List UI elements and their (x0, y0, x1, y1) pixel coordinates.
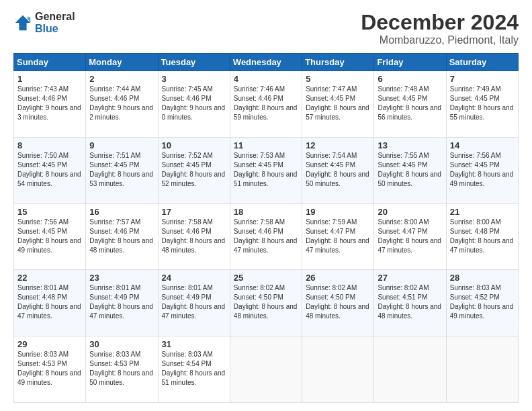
day-number: 28 (450, 273, 515, 283)
table-row: 15Sunrise: 7:56 AMSunset: 4:45 PMDayligh… (14, 203, 86, 270)
day-info: Sunrise: 7:45 AMSunset: 4:46 PMDaylight:… (162, 85, 226, 122)
day-number: 21 (450, 207, 515, 217)
page-title: December 2024 (361, 11, 519, 34)
table-row: 23Sunrise: 8:01 AMSunset: 4:49 PMDayligh… (86, 270, 158, 336)
table-row: 21Sunrise: 8:00 AMSunset: 4:48 PMDayligh… (446, 203, 518, 270)
day-info: Sunrise: 7:56 AMSunset: 4:45 PMDaylight:… (450, 151, 515, 189)
day-number: 18 (234, 207, 298, 217)
day-number: 30 (89, 339, 154, 349)
day-info: Sunrise: 7:50 AMSunset: 4:45 PMDaylight:… (17, 151, 82, 189)
day-info: Sunrise: 8:01 AMSunset: 4:49 PMDaylight:… (89, 283, 154, 321)
table-row: 14Sunrise: 7:56 AMSunset: 4:45 PMDayligh… (446, 137, 518, 203)
day-number: 13 (378, 140, 442, 150)
day-info: Sunrise: 8:02 AMSunset: 4:51 PMDaylight:… (378, 283, 442, 321)
day-info: Sunrise: 7:48 AMSunset: 4:45 PMDaylight:… (378, 85, 442, 122)
day-number: 31 (162, 339, 226, 349)
table-row: 5Sunrise: 7:47 AMSunset: 4:45 PMDaylight… (302, 71, 374, 138)
day-info: Sunrise: 7:53 AMSunset: 4:45 PMDaylight:… (234, 151, 298, 189)
table-row: 13Sunrise: 7:55 AMSunset: 4:45 PMDayligh… (374, 137, 446, 203)
calendar-week-row: 15Sunrise: 7:56 AMSunset: 4:45 PMDayligh… (14, 203, 519, 270)
table-row: 6Sunrise: 7:48 AMSunset: 4:45 PMDaylight… (374, 71, 446, 138)
day-info: Sunrise: 7:43 AMSunset: 4:46 PMDaylight:… (17, 85, 82, 122)
table-row: 16Sunrise: 7:57 AMSunset: 4:46 PMDayligh… (86, 203, 158, 270)
day-number: 5 (306, 74, 370, 84)
day-number: 27 (378, 273, 442, 283)
table-row: 28Sunrise: 8:03 AMSunset: 4:52 PMDayligh… (446, 270, 518, 336)
day-number: 8 (17, 140, 82, 150)
calendar-week-row: 22Sunrise: 8:01 AMSunset: 4:48 PMDayligh… (14, 270, 519, 336)
day-info: Sunrise: 8:03 AMSunset: 4:52 PMDaylight:… (450, 283, 515, 321)
day-info: Sunrise: 8:03 AMSunset: 4:53 PMDaylight:… (17, 350, 82, 387)
day-number: 25 (234, 273, 298, 283)
header-monday: Monday (86, 54, 158, 71)
day-number: 12 (306, 140, 370, 150)
day-info: Sunrise: 7:51 AMSunset: 4:45 PMDaylight:… (89, 151, 154, 189)
day-number: 3 (162, 74, 226, 84)
table-row: 12Sunrise: 7:54 AMSunset: 4:45 PMDayligh… (302, 137, 374, 203)
table-row (446, 336, 518, 403)
table-row: 31Sunrise: 8:03 AMSunset: 4:54 PMDayligh… (158, 336, 230, 403)
day-info: Sunrise: 8:02 AMSunset: 4:50 PMDaylight:… (306, 283, 370, 321)
day-info: Sunrise: 7:58 AMSunset: 4:46 PMDaylight:… (162, 218, 226, 255)
day-number: 15 (17, 207, 82, 217)
logo: General Blue (13, 11, 75, 34)
day-number: 4 (234, 74, 298, 84)
page-subtitle: Mombaruzzo, Piedmont, Italy (361, 34, 519, 46)
day-info: Sunrise: 7:55 AMSunset: 4:45 PMDaylight:… (378, 151, 442, 189)
title-block: December 2024 Mombaruzzo, Piedmont, Ital… (361, 11, 519, 46)
day-info: Sunrise: 7:49 AMSunset: 4:45 PMDaylight:… (450, 85, 515, 122)
day-number: 11 (234, 140, 298, 150)
day-info: Sunrise: 8:00 AMSunset: 4:47 PMDaylight:… (378, 218, 442, 255)
day-info: Sunrise: 8:03 AMSunset: 4:54 PMDaylight:… (162, 350, 226, 387)
day-number: 22 (17, 273, 82, 283)
day-number: 2 (89, 74, 154, 84)
table-row: 27Sunrise: 8:02 AMSunset: 4:51 PMDayligh… (374, 270, 446, 336)
day-number: 29 (17, 339, 82, 349)
day-info: Sunrise: 7:56 AMSunset: 4:45 PMDaylight:… (17, 218, 82, 255)
header-wednesday: Wednesday (230, 54, 302, 71)
table-row: 26Sunrise: 8:02 AMSunset: 4:50 PMDayligh… (302, 270, 374, 336)
day-number: 17 (162, 207, 226, 217)
table-row: 10Sunrise: 7:52 AMSunset: 4:45 PMDayligh… (158, 137, 230, 203)
day-info: Sunrise: 7:54 AMSunset: 4:45 PMDaylight:… (306, 151, 370, 189)
header: General Blue December 2024 Mombaruzzo, P… (13, 11, 519, 46)
header-saturday: Saturday (446, 54, 518, 71)
day-info: Sunrise: 7:57 AMSunset: 4:46 PMDaylight:… (89, 218, 154, 255)
day-info: Sunrise: 8:00 AMSunset: 4:48 PMDaylight:… (450, 218, 515, 255)
day-info: Sunrise: 7:59 AMSunset: 4:47 PMDaylight:… (306, 218, 370, 255)
day-info: Sunrise: 8:01 AMSunset: 4:49 PMDaylight:… (162, 283, 226, 321)
header-thursday: Thursday (302, 54, 374, 71)
table-row: 3Sunrise: 7:45 AMSunset: 4:46 PMDaylight… (158, 71, 230, 138)
table-row: 25Sunrise: 8:02 AMSunset: 4:50 PMDayligh… (230, 270, 302, 336)
day-info: Sunrise: 7:47 AMSunset: 4:45 PMDaylight:… (306, 85, 370, 122)
day-info: Sunrise: 8:03 AMSunset: 4:53 PMDaylight:… (89, 350, 154, 387)
day-number: 20 (378, 207, 442, 217)
page: General Blue December 2024 Mombaruzzo, P… (0, 0, 532, 411)
header-sunday: Sunday (14, 54, 86, 71)
table-row: 8Sunrise: 7:50 AMSunset: 4:45 PMDaylight… (14, 137, 86, 203)
table-row: 7Sunrise: 7:49 AMSunset: 4:45 PMDaylight… (446, 71, 518, 138)
table-row: 9Sunrise: 7:51 AMSunset: 4:45 PMDaylight… (86, 137, 158, 203)
day-number: 23 (89, 273, 154, 283)
table-row: 19Sunrise: 7:59 AMSunset: 4:47 PMDayligh… (302, 203, 374, 270)
table-row: 17Sunrise: 7:58 AMSunset: 4:46 PMDayligh… (158, 203, 230, 270)
logo-blue-text: Blue (35, 23, 58, 34)
day-number: 9 (89, 140, 154, 150)
day-number: 16 (89, 207, 154, 217)
day-info: Sunrise: 7:52 AMSunset: 4:45 PMDaylight:… (162, 151, 226, 189)
header-tuesday: Tuesday (158, 54, 230, 71)
calendar-week-row: 8Sunrise: 7:50 AMSunset: 4:45 PMDaylight… (14, 137, 519, 203)
table-row: 11Sunrise: 7:53 AMSunset: 4:45 PMDayligh… (230, 137, 302, 203)
day-number: 26 (306, 273, 370, 283)
day-info: Sunrise: 8:02 AMSunset: 4:50 PMDaylight:… (234, 283, 298, 321)
day-info: Sunrise: 7:46 AMSunset: 4:46 PMDaylight:… (234, 85, 298, 122)
calendar-week-row: 1Sunrise: 7:43 AMSunset: 4:46 PMDaylight… (14, 71, 519, 138)
calendar-table: Sunday Monday Tuesday Wednesday Thursday… (13, 53, 519, 403)
header-friday: Friday (374, 54, 446, 71)
table-row: 24Sunrise: 8:01 AMSunset: 4:49 PMDayligh… (158, 270, 230, 336)
day-number: 14 (450, 140, 515, 150)
table-row: 30Sunrise: 8:03 AMSunset: 4:53 PMDayligh… (86, 336, 158, 403)
table-row: 1Sunrise: 7:43 AMSunset: 4:46 PMDaylight… (14, 71, 86, 138)
calendar-week-row: 29Sunrise: 8:03 AMSunset: 4:53 PMDayligh… (14, 336, 519, 403)
logo-icon (13, 13, 32, 32)
